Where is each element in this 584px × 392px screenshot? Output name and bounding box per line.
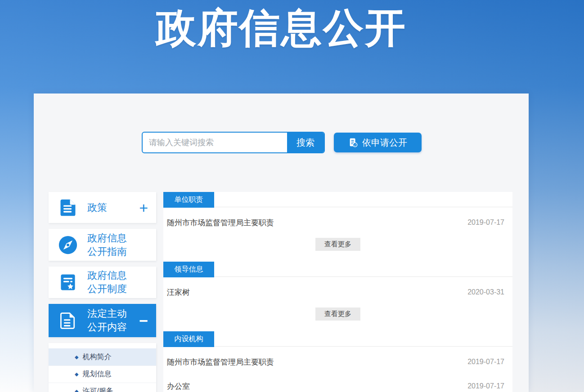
view-more-button[interactable]: 查看更多 [315,238,360,251]
document-pen-icon [348,138,358,147]
list-item[interactable]: 汪家树 2020-03-31 [163,283,512,301]
apply-disclosure-label: 依申请公开 [362,137,407,149]
sidebar-item-label: 法定主动 公开内容 [87,307,127,334]
more-row: 查看更多 [163,307,512,321]
more-row: 查看更多 [163,238,512,251]
document-icon [58,197,78,218]
content-area: 单位职责 随州市市场监督管理局主要职责 2019-07-17 查看更多 领导信息… [163,192,512,392]
sidebar-item-policy[interactable]: 政策 + [49,192,156,223]
section-tab-row: 领导信息 [163,262,512,277]
section-tab-row: 单位职责 [163,192,512,207]
list-item-date: 2020-03-31 [467,288,504,296]
list-item-date: 2019-07-17 [467,218,504,227]
compass-icon [58,235,78,255]
sidebar-submenu: ◆ 机构简介 ◆ 规划信息 ◆ 许可/服务 [49,343,156,392]
sidebar: 政策 + 政府信息 公开指南 [49,192,156,392]
list-item-date: 2019-07-17 [467,358,504,366]
list-item-title[interactable]: 随州市市场监督管理局主要职责 [167,357,274,367]
list-item[interactable]: 随州市市场监督管理局主要职责 2019-07-17 [163,214,512,232]
submenu-item-label: 机构简介 [82,352,111,362]
apply-disclosure-button[interactable]: 依申请公开 [334,133,422,152]
sidebar-item-label: 政策 [87,201,107,214]
document-star-icon [58,272,78,293]
sidebar-item-disclosure-guide[interactable]: 政府信息 公开指南 [49,229,156,261]
submenu-item-label: 规划信息 [82,370,111,379]
list-item-date: 2019-07-17 [467,382,504,390]
page-title: 政府信息公开 [34,4,529,52]
search-input[interactable] [143,133,287,152]
list-item-title[interactable]: 随州市市场监督管理局主要职责 [167,218,274,228]
expand-plus-icon[interactable]: + [139,200,148,215]
document-outline-icon [58,310,78,331]
section-tab-row: 内设机构 [163,331,512,347]
sidebar-item-statutory-disclosure[interactable]: 法定主动 公开内容 − [49,304,156,337]
view-more-button[interactable]: 查看更多 [315,307,360,321]
diamond-bullet-icon: ◆ [75,388,78,392]
diamond-bullet-icon: ◆ [75,371,78,377]
list-item-title[interactable]: 汪家树 [167,287,190,298]
submenu-item-label: 许可/服务 [82,387,113,392]
diamond-bullet-icon: ◆ [75,354,78,360]
main-card: 搜索 依申请公开 [34,94,529,392]
sidebar-item-disclosure-system[interactable]: 政府信息 公开制度 [49,267,156,298]
submenu-item-planning-info[interactable]: ◆ 规划信息 [49,365,156,383]
sidebar-item-label: 政府信息 公开指南 [87,232,127,258]
search-button[interactable]: 搜索 [287,133,324,152]
search-box: 搜索 [142,132,325,153]
submenu-item-org-intro[interactable]: ◆ 机构简介 [49,348,156,365]
list-item-title[interactable]: 办公室 [167,381,190,392]
list-item[interactable]: 随州市市场监督管理局主要职责 2019-07-17 [163,353,512,371]
tab-leader-info[interactable]: 领导信息 [163,262,214,277]
collapse-minus-icon[interactable]: − [139,313,148,328]
section-internal-org: 内设机构 随州市市场监督管理局主要职责 2019-07-17 办公室 2019-… [163,331,512,392]
sidebar-item-label: 政府信息 公开制度 [87,269,127,295]
tab-internal-org[interactable]: 内设机构 [163,331,214,347]
tab-unit-duties[interactable]: 单位职责 [163,192,214,208]
section-leader-info: 领导信息 汪家树 2020-03-31 查看更多 [163,262,512,321]
section-unit-duties: 单位职责 随州市市场监督管理局主要职责 2019-07-17 查看更多 [163,192,512,251]
submenu-item-license-service[interactable]: ◆ 许可/服务 [49,383,156,392]
list-item[interactable]: 办公室 2019-07-17 [163,377,512,392]
